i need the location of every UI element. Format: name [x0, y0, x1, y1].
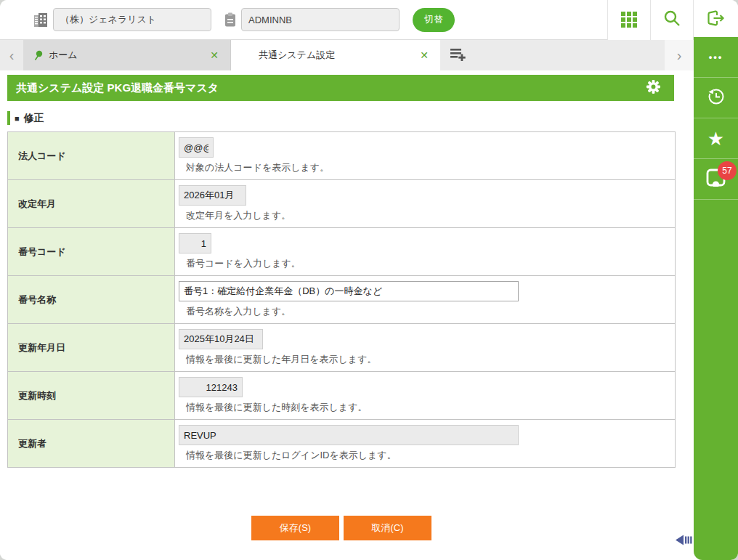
top-bar: 切替: [0, 0, 738, 40]
sidebar-history-button[interactable]: [694, 78, 738, 118]
search-icon: [662, 9, 681, 31]
form-row-corporate-code: 法人コード 対象の法人コードを表示します。: [8, 132, 675, 179]
tab-close-icon[interactable]: ✕: [206, 46, 223, 64]
page-title: 共通システム設定 PKG退職金番号マスタ: [7, 81, 633, 95]
tab-common-system-settings[interactable]: 共通システム設定 ✕: [231, 40, 440, 70]
sidebar-favorites-button[interactable]: ★: [694, 118, 738, 159]
update-date-input[interactable]: [179, 329, 263, 349]
field-hint: 情報を最後に更新した年月日を表示します。: [179, 353, 669, 366]
right-sidebar: ••• ★ 57: [694, 37, 738, 560]
field-label: 番号名称: [8, 276, 175, 323]
tab-label: ホーム: [49, 49, 206, 62]
form-row-revision-month: 改定年月 改定年月を入力します。: [8, 179, 675, 227]
form-row-number-name: 番号名称 番号名称を入力します。: [8, 275, 675, 323]
logout-icon: [706, 9, 726, 30]
cancel-button[interactable]: 取消(C): [344, 516, 431, 540]
sidebar-notifications-button[interactable]: 57: [694, 159, 738, 200]
field-hint: 番号名称を入力します。: [179, 305, 669, 318]
field-label: 更新年月日: [8, 324, 175, 371]
section-marker: ■: [15, 114, 20, 123]
page-title-bar: 共通システム設定 PKG退職金番号マスタ: [7, 75, 674, 101]
tabbar-spacer: [475, 40, 665, 70]
pin-icon: [33, 50, 43, 61]
ellipsis-icon: •••: [709, 52, 723, 62]
tab-close-icon[interactable]: ✕: [415, 46, 433, 64]
field-hint: 改定年月を入力します。: [179, 209, 669, 222]
history-icon: [706, 86, 726, 110]
form-row-update-date: 更新年月日 情報を最後に更新した年月日を表示します。: [8, 323, 675, 371]
section-accent-bar: [7, 111, 10, 125]
apps-grid-icon: [621, 12, 637, 28]
corporate-code-input[interactable]: [179, 137, 214, 158]
gear-icon: [646, 79, 661, 97]
add-tab-button[interactable]: [440, 40, 475, 70]
company-building-icon: [33, 13, 48, 27]
star-icon: ★: [707, 129, 724, 148]
sidebar-more-button[interactable]: •••: [694, 37, 738, 78]
collapse-arrow-icon: [675, 533, 693, 550]
sidebar-collapse-button[interactable]: [675, 533, 693, 550]
tabs-scroll-left-button[interactable]: ‹: [0, 40, 23, 70]
field-label: 番号コード: [8, 228, 175, 275]
app-window: 切替: [0, 0, 738, 560]
user-input[interactable]: [241, 8, 400, 31]
chevron-left-icon: ‹: [9, 47, 15, 64]
field-label: 更新者: [8, 420, 175, 467]
field-hint: 対象の法人コードを表示します。: [179, 161, 669, 174]
updater-input[interactable]: [179, 425, 519, 445]
update-time-input[interactable]: [179, 377, 243, 397]
tabs-scroll-right-button[interactable]: ›: [665, 40, 694, 70]
tab-bar: ‹ ホーム ✕ 共通システム設定 ✕: [0, 40, 694, 70]
field-hint: 情報を最後に更新した時刻を表示します。: [179, 401, 669, 414]
add-tab-icon: [450, 47, 466, 64]
number-name-input[interactable]: [179, 281, 519, 301]
tab-label: 共通システム設定: [259, 49, 415, 62]
user-clipboard-icon: [224, 12, 236, 27]
revision-month-input[interactable]: [179, 185, 246, 206]
switch-button[interactable]: 切替: [413, 8, 455, 32]
apps-menu-button[interactable]: [607, 0, 650, 40]
field-label: 更新時刻: [8, 372, 175, 419]
field-hint: 情報を最後に更新したログインIDを表示します。: [179, 449, 669, 462]
number-code-input[interactable]: [179, 233, 211, 253]
form-row-number-code: 番号コード 番号コードを入力します。: [8, 227, 675, 275]
search-button[interactable]: [650, 0, 693, 40]
action-buttons: 保存(S) 取消(C): [7, 516, 676, 540]
save-button[interactable]: 保存(S): [251, 516, 339, 540]
form-row-update-time: 更新時刻 情報を最後に更新した時刻を表示します。: [8, 371, 675, 419]
field-label: 法人コード: [8, 132, 175, 179]
field-hint: 番号コードを入力します。: [179, 257, 669, 270]
notification-badge: 57: [718, 161, 737, 180]
logout-button[interactable]: [693, 0, 738, 40]
main-content: 共通システム設定 PKG退職金番号マスタ: [0, 70, 694, 560]
tab-home[interactable]: ホーム ✕: [23, 40, 231, 70]
section-header: ■ 修正: [7, 111, 674, 125]
form-table: 法人コード 対象の法人コードを表示します。 改定年月 改定年月を入力します。 番…: [7, 131, 676, 468]
company-input[interactable]: [53, 8, 211, 31]
field-label: 改定年月: [8, 180, 175, 227]
form-row-updater: 更新者 情報を最後に更新したログインIDを表示します。: [8, 419, 675, 467]
chevron-right-icon: ›: [668, 47, 691, 64]
settings-button[interactable]: [633, 79, 674, 97]
section-title: 修正: [24, 112, 44, 125]
